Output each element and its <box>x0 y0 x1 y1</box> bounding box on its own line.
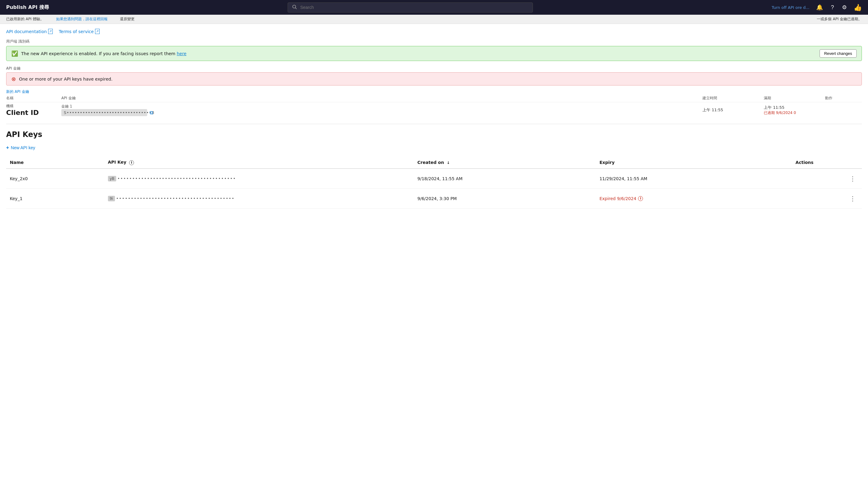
plus-icon: + <box>6 145 9 151</box>
terms-of-service-link[interactable]: Terms of service ↗ <box>59 29 100 34</box>
search-input[interactable] <box>300 5 528 10</box>
row1-name: Key_2x0 <box>6 168 104 189</box>
row2-name: Key_1 <box>6 189 104 208</box>
old-table-header: 名稱 API 金鑰 建立時間 滿期 動作 <box>6 94 862 102</box>
api-keys-section: API Keys + New API key Name API Key i Cr… <box>6 130 862 209</box>
new-api-key-label: New API key <box>11 145 35 150</box>
row1-created-on: 9/18/2024, 11:55 AM <box>413 168 596 189</box>
key-masked-value: S••••••••••••••••••••••••••••••••3 <box>61 109 147 116</box>
expired-info-icon: i <box>638 196 643 201</box>
row1-actions: ⋮ <box>792 168 862 189</box>
old-table-row: 機構 Client ID 金鑰 1 S•••••••••••••••••••••… <box>6 102 862 118</box>
info-icon: i <box>129 160 134 165</box>
activated-text: 已啟用新的 API 體驗。 <box>6 17 44 22</box>
green-banner-message: The new API experience is enabled. If yo… <box>21 51 186 56</box>
row1-expiry: 11/29/2024, 11:55 AM <box>596 168 792 189</box>
copy-key-button[interactable]: ⧉ <box>150 110 153 116</box>
user-endpoint-label: 用戶端 識別碼 <box>6 39 862 44</box>
red-banner: ⊗ One or more of your API keys have expi… <box>6 72 862 86</box>
revert-text: 還原變更 <box>120 17 134 22</box>
turn-off-api-link[interactable]: Turn off API ore d... <box>772 5 809 10</box>
api-keys-table: Name API Key i Created on ↓ Expiry Actio <box>6 157 862 209</box>
row2-expiry: Expired 9/6/2024 i <box>596 189 792 208</box>
api-key-section-label: API 金鑰 <box>6 66 862 71</box>
external-link-icon-2: ↗ <box>95 29 100 34</box>
row1-apikey: yB •••••••••••••••••••••••••••••••••••••… <box>104 168 414 189</box>
doc-links-row: API documentation ↗ Terms of service ↗ <box>6 29 862 34</box>
old-row-expiry-cell: 上午 11:55 已過期 9/6/2024 0 <box>764 105 825 116</box>
expired-notice: 一或多個 API 金鑰已過期。 <box>817 17 862 22</box>
search-bar-wrapper <box>49 2 772 12</box>
api-key-section: API 金鑰 ⊗ One or more of your API keys ha… <box>6 66 862 118</box>
sort-arrow-icon: ↓ <box>447 161 450 165</box>
th-actions: Actions <box>792 157 862 168</box>
main-content: API documentation ↗ Terms of service ↗ 用… <box>0 24 868 214</box>
add-api-key-link[interactable]: 新的 API 金鑰 <box>6 89 862 94</box>
old-col-name: 名稱 <box>6 96 61 101</box>
key-prefix-row1: yB <box>108 176 116 182</box>
search-bar[interactable] <box>288 2 533 12</box>
old-col-actions: 動作 <box>825 96 862 101</box>
here-link[interactable]: here <box>177 51 186 56</box>
old-created-time: 上午 11:55 <box>703 107 723 112</box>
svg-line-1 <box>296 8 297 9</box>
old-col-apikey: API 金鑰 <box>61 96 703 101</box>
green-banner-content: ✅ The new API experience is enabled. If … <box>11 50 186 57</box>
nav-actions: Turn off API ore d... 🔔 ? ⚙ 👍 <box>772 3 862 12</box>
api-key-value-row1: yB •••••••••••••••••••••••••••••••••••••… <box>108 176 410 182</box>
th-name: Name <box>6 157 104 168</box>
new-api-key-button[interactable]: + New API key <box>6 145 35 151</box>
old-expired-label: 已過期 9/6/2024 0 <box>764 110 825 116</box>
report-issue-link[interactable]: 如果您遇到問題，請在這裡回報 <box>56 17 107 22</box>
key-label: 金鑰 1 <box>61 104 703 109</box>
green-banner: ✅ The new API experience is enabled. If … <box>6 46 862 61</box>
row2-apikey: 9i •••••••••••••••••••••••••••••••••••••… <box>104 189 414 208</box>
search-icon <box>292 5 297 10</box>
expired-expiry-row2: Expired 9/6/2024 i <box>599 196 788 201</box>
row2-created-on: 9/6/2024, 3:30 PM <box>413 189 596 208</box>
key-prefix-row2: 9i <box>108 196 115 201</box>
table-header-row: Name API Key i Created on ↓ Expiry Actio <box>6 157 862 168</box>
thumbs-up-icon: 👍 <box>854 4 862 11</box>
api-keys-table-head: Name API Key i Created on ↓ Expiry Actio <box>6 157 862 168</box>
notification-button[interactable]: 🔔 <box>815 3 824 12</box>
old-col-created: 建立時間 <box>703 96 764 101</box>
org-label: 機構 <box>6 104 61 109</box>
old-row-name-cell: 機構 Client ID <box>6 104 61 117</box>
top-navigation: Publish API 搜尋 Turn off API ore d... 🔔 ?… <box>0 0 868 15</box>
old-row-created-cell: 上午 11:55 <box>703 107 764 113</box>
info-bar: 已啟用新的 API 體驗。 如果您遇到問題，請在這裡回報 還原變更 一或多個 A… <box>0 15 868 24</box>
api-keys-title: API Keys <box>6 130 862 139</box>
old-expiry-time: 上午 11:55 <box>764 105 825 110</box>
key-value-row: S••••••••••••••••••••••••••••••••3 ⧉ <box>61 109 703 116</box>
app-title: Publish API 搜尋 <box>6 4 49 11</box>
old-col-expiry: 滿期 <box>764 96 825 101</box>
api-key-value-row2: 9i •••••••••••••••••••••••••••••••••••••… <box>108 196 410 201</box>
key-dots-row2: •••••••••••••••••••••••••••••••••••••••• <box>116 196 235 201</box>
api-keys-table-body: Key_2x0 yB •••••••••••••••••••••••••••••… <box>6 168 862 209</box>
key-dots-row1: •••••••••••••••••••••••••••••••••••••••• <box>118 176 236 181</box>
revert-changes-button[interactable]: Revert changes <box>819 49 857 58</box>
row2-actions: ⋮ <box>792 189 862 208</box>
check-circle-icon: ✅ <box>11 50 18 57</box>
th-expiry: Expiry <box>596 157 792 168</box>
help-button[interactable]: ? <box>830 3 835 12</box>
row2-more-button[interactable]: ⋮ <box>847 194 858 203</box>
settings-button[interactable]: ⚙ <box>841 3 848 12</box>
external-link-icon: ↗ <box>48 29 53 34</box>
error-icon: ⊗ <box>11 76 16 82</box>
row1-more-button[interactable]: ⋮ <box>847 174 858 184</box>
old-row-apikey-cell: 金鑰 1 S••••••••••••••••••••••••••••••••3 … <box>61 104 703 116</box>
th-apikey: API Key i <box>104 157 414 168</box>
table-row: Key_2x0 yB •••••••••••••••••••••••••••••… <box>6 168 862 189</box>
red-banner-message: One or more of your API keys have expire… <box>19 76 113 82</box>
table-row: Key_1 9i •••••••••••••••••••••••••••••••… <box>6 189 862 208</box>
client-id: Client ID <box>6 109 61 117</box>
api-documentation-link[interactable]: API documentation ↗ <box>6 29 53 34</box>
th-created-on[interactable]: Created on ↓ <box>413 157 596 168</box>
